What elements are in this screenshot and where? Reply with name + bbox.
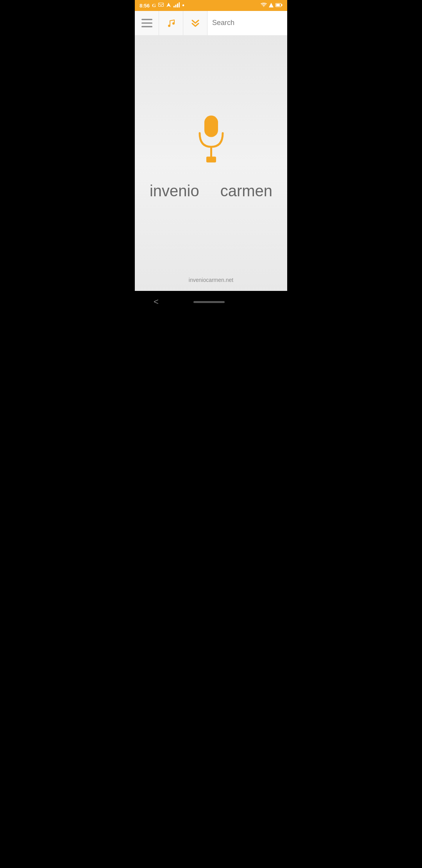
svg-rect-0 (159, 3, 164, 6)
battery-icon (275, 3, 283, 8)
cellular-signal-icon (269, 3, 274, 8)
status-left: 8:56 G (139, 2, 184, 9)
svg-rect-11 (141, 22, 152, 23)
home-indicator[interactable] (193, 301, 225, 303)
music-note-button[interactable] (159, 11, 183, 35)
signal-bars-icon (173, 2, 180, 9)
svg-rect-10 (141, 19, 152, 20)
svg-point-14 (172, 22, 175, 25)
svg-rect-5 (179, 2, 180, 7)
svg-point-13 (168, 25, 170, 27)
logo-text-invenio: invenio (150, 182, 199, 200)
status-bar: 8:56 G (135, 0, 287, 11)
dot-indicator: • (182, 2, 184, 9)
search-input[interactable] (212, 19, 287, 27)
svg-rect-17 (204, 116, 218, 137)
svg-rect-8 (281, 4, 283, 6)
svg-rect-4 (177, 4, 178, 7)
back-button[interactable]: < (150, 294, 162, 310)
svg-rect-3 (175, 5, 177, 7)
svg-rect-9 (276, 4, 280, 6)
menu-button[interactable] (135, 11, 159, 35)
logo-graphic: invenio carmen (152, 114, 270, 204)
message-icon (158, 3, 164, 9)
svg-marker-6 (269, 3, 274, 7)
status-right (261, 3, 283, 8)
wifi-icon (261, 3, 267, 8)
logo-text-container: invenio carmen (150, 182, 272, 200)
main-content: invenio carmen inveniocarmen.net (135, 35, 287, 291)
logo-container: invenio carmen (152, 114, 270, 204)
svg-rect-12 (141, 26, 152, 27)
microphone-icon (197, 114, 226, 165)
svg-rect-2 (173, 6, 175, 7)
search-bar (207, 11, 287, 35)
status-time: 8:56 (139, 3, 150, 9)
svg-rect-19 (206, 157, 216, 163)
navigation-icon (166, 2, 171, 9)
chevron-down-button[interactable] (183, 11, 207, 35)
svg-marker-1 (166, 3, 171, 7)
logo-text-carmen: carmen (220, 182, 272, 200)
bottom-nav-bar: < (135, 291, 287, 313)
google-icon: G (152, 2, 156, 9)
toolbar (135, 11, 287, 35)
website-url: inveniocarmen.net (189, 277, 233, 283)
